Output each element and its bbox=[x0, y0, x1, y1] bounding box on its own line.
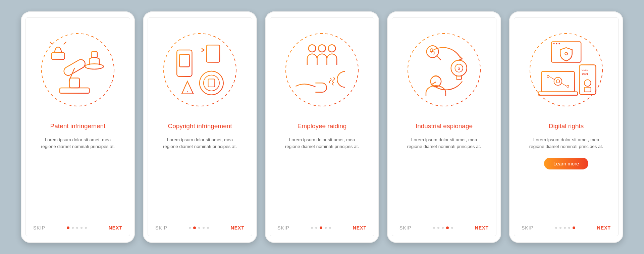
svg-point-11 bbox=[164, 33, 236, 106]
onboarding-body: Lorem ipsum dolor sit amet, mea regione … bbox=[33, 137, 122, 151]
svg-line-7 bbox=[50, 42, 52, 44]
skip-button[interactable]: SKIP bbox=[522, 225, 534, 231]
page-dot bbox=[433, 227, 435, 229]
page-indicator bbox=[555, 226, 575, 229]
svg-text:0110: 0110 bbox=[582, 68, 588, 71]
phone-frame: $ Industrial espionage Lorem ipsum dolor… bbox=[387, 11, 501, 243]
page-dot bbox=[320, 226, 322, 229]
phone-frame: Patent infringement Lorem ipsum dolor si… bbox=[21, 11, 135, 243]
page-indicator bbox=[433, 226, 453, 229]
next-button[interactable]: NEXT bbox=[597, 225, 611, 231]
svg-rect-10 bbox=[91, 51, 97, 57]
svg-text:1001: 1001 bbox=[582, 72, 588, 75]
phone-frame: Copyright infringement Lorem ipsum dolor… bbox=[143, 11, 257, 243]
skip-button[interactable]: SKIP bbox=[155, 225, 167, 231]
onboarding-screen: $ Industrial espionage Lorem ipsum dolor… bbox=[392, 17, 496, 236]
svg-point-60 bbox=[567, 85, 569, 87]
onboarding-body: Lorem ipsum dolor sit amet, mea regione … bbox=[399, 137, 489, 151]
svg-point-54 bbox=[565, 52, 568, 55]
svg-rect-5 bbox=[51, 52, 64, 59]
svg-rect-56 bbox=[538, 92, 578, 95]
page-dot bbox=[85, 227, 87, 229]
phone-frame: 0110 1001 Digital rights Lorem ipsum dol… bbox=[509, 11, 623, 243]
svg-point-52 bbox=[556, 43, 557, 44]
svg-point-24 bbox=[200, 71, 223, 95]
svg-line-61 bbox=[549, 76, 555, 80]
onboarding-screen: 0110 1001 Digital rights Lorem ipsum dol… bbox=[514, 17, 619, 236]
onboarding-footer: SKIP NEXT bbox=[155, 225, 245, 231]
svg-point-9 bbox=[85, 64, 104, 69]
onboarding-footer: SKIP NEXT bbox=[522, 225, 611, 231]
page-dot bbox=[437, 227, 439, 229]
page-dot bbox=[442, 227, 444, 229]
svg-point-41 bbox=[433, 51, 435, 54]
digital-shield-laptop-icon: 0110 1001 bbox=[528, 31, 605, 108]
page-dot bbox=[451, 227, 453, 229]
onboarding-title: Copyright infringement bbox=[166, 118, 234, 134]
page-dot bbox=[325, 227, 327, 229]
onboarding-footer: SKIP NEXT bbox=[399, 225, 489, 231]
onboarding-title: Employee raiding bbox=[296, 118, 349, 134]
spy-idea-money-icon: $ bbox=[406, 31, 483, 108]
page-indicator bbox=[311, 226, 331, 229]
next-button[interactable]: NEXT bbox=[231, 225, 245, 231]
page-dot bbox=[329, 227, 331, 229]
svg-rect-67 bbox=[584, 87, 591, 92]
svg-point-51 bbox=[553, 43, 555, 44]
svg-rect-55 bbox=[541, 71, 574, 92]
svg-point-59 bbox=[547, 75, 549, 77]
svg-point-33 bbox=[318, 45, 326, 52]
page-dot bbox=[80, 227, 83, 229]
onboarding-screen: Employee raiding Lorem ipsum dolor sit a… bbox=[270, 17, 374, 236]
page-dot bbox=[76, 227, 78, 229]
page-dot bbox=[67, 226, 69, 229]
phone-frame: Employee raiding Lorem ipsum dolor sit a… bbox=[265, 11, 379, 243]
svg-line-8 bbox=[64, 42, 66, 44]
page-indicator bbox=[189, 226, 209, 229]
page-indicator bbox=[67, 226, 87, 229]
skip-button[interactable]: SKIP bbox=[33, 225, 45, 231]
onboarding-body: Lorem ipsum dolor sit amet, mea regione … bbox=[155, 137, 245, 151]
svg-point-25 bbox=[204, 75, 219, 91]
onboarding-body: Lorem ipsum dolor sit amet, mea regione … bbox=[522, 137, 611, 151]
svg-rect-17 bbox=[207, 45, 220, 62]
svg-rect-1 bbox=[60, 88, 89, 93]
skip-button[interactable]: SKIP bbox=[399, 225, 412, 231]
svg-text:$: $ bbox=[458, 66, 460, 71]
onboarding-screen: Copyright infringement Lorem ipsum dolor… bbox=[148, 17, 252, 236]
page-dot bbox=[315, 227, 317, 229]
next-button[interactable]: NEXT bbox=[475, 225, 489, 231]
page-dot bbox=[564, 227, 566, 229]
svg-rect-49 bbox=[551, 42, 581, 62]
page-dot bbox=[573, 226, 575, 229]
page-dot bbox=[203, 227, 205, 229]
page-dot bbox=[559, 227, 561, 229]
svg-point-66 bbox=[584, 80, 591, 86]
onboarding-body: Lorem ipsum dolor sit amet, mea regione … bbox=[277, 137, 367, 151]
page-dot bbox=[207, 227, 209, 229]
skip-button[interactable]: SKIP bbox=[277, 225, 289, 231]
svg-line-39 bbox=[437, 56, 441, 60]
page-dot bbox=[568, 227, 570, 229]
employee-magnet-icon bbox=[283, 31, 361, 108]
svg-point-23 bbox=[187, 91, 188, 92]
svg-point-57 bbox=[554, 77, 562, 85]
svg-rect-45 bbox=[456, 76, 462, 79]
onboarding-title: Patent infringement bbox=[48, 118, 108, 134]
page-dot bbox=[72, 227, 74, 229]
copyright-target-warning-icon bbox=[161, 31, 238, 108]
next-button[interactable]: NEXT bbox=[353, 225, 367, 231]
svg-point-53 bbox=[558, 43, 560, 44]
svg-line-62 bbox=[561, 83, 567, 86]
page-dot bbox=[555, 227, 557, 229]
page-dot bbox=[189, 227, 191, 229]
svg-rect-30 bbox=[208, 79, 215, 87]
svg-point-34 bbox=[328, 45, 336, 52]
learn-more-button[interactable]: Learn more bbox=[544, 158, 589, 169]
svg-rect-2 bbox=[69, 78, 79, 88]
onboarding-title: Industrial espionage bbox=[414, 118, 475, 134]
svg-rect-3 bbox=[62, 58, 87, 77]
page-dot bbox=[198, 227, 200, 229]
next-button[interactable]: NEXT bbox=[109, 225, 122, 231]
page-dot bbox=[193, 226, 196, 229]
